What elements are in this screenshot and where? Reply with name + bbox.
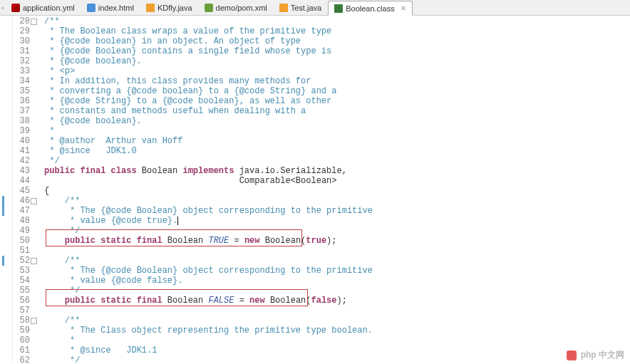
code-line[interactable]: public final class Boolean implements ja… [44, 166, 630, 176]
tab-test-java[interactable]: Test.java [274, 0, 328, 15]
line-number[interactable]: 43 [13, 166, 30, 176]
line-number[interactable]: 33 [13, 66, 30, 76]
line-number[interactable]: 48 [13, 216, 30, 226]
line-number[interactable]: 45 [13, 186, 30, 196]
line-number[interactable]: 52 [13, 256, 30, 266]
line-number[interactable]: 56 [13, 296, 30, 306]
class-file-icon [334, 4, 343, 13]
code-line[interactable]: public static final Boolean FALSE = new … [44, 296, 630, 306]
line-number[interactable]: 57 [13, 306, 30, 316]
code-line[interactable]: /** [44, 196, 630, 206]
tab-overflow-icon: ▫ [0, 0, 6, 15]
code-line[interactable]: * converting a {@code boolean} to a {@co… [44, 86, 630, 96]
close-icon[interactable]: ✕ [401, 4, 406, 12]
code-line[interactable]: * {@code boolean}. [44, 116, 630, 126]
marker-column [0, 16, 13, 363]
line-number[interactable]: 34 [13, 76, 30, 86]
code-line[interactable]: * {@code String} to a {@code boolean}, a… [44, 96, 630, 106]
line-number[interactable]: 36 [13, 96, 30, 106]
line-number[interactable]: 37 [13, 106, 30, 116]
code-line[interactable]: * @author Arthur van Hoff [44, 136, 630, 146]
code-line[interactable]: /** [44, 16, 630, 26]
code-line[interactable]: * [44, 126, 630, 136]
editor-area: 2829303132333435363738394041424344454647… [0, 16, 630, 363]
code-line[interactable]: */ [44, 355, 630, 364]
line-number[interactable]: 38 [13, 116, 30, 126]
text-cursor [177, 217, 178, 225]
line-number[interactable]: 31 [13, 46, 30, 56]
line-number[interactable]: 29 [13, 26, 30, 36]
tab-demo-pom-xml[interactable]: demo/pom.xml [199, 0, 274, 15]
code-line[interactable]: */ [44, 286, 630, 296]
tab-kdfly-java[interactable]: KDfly.java [140, 0, 199, 15]
code-line[interactable]: /** [44, 256, 630, 266]
line-number[interactable]: 51 [13, 246, 30, 256]
code-line[interactable]: * {@code boolean} in an object. An objec… [44, 36, 630, 46]
code-line[interactable]: * {@code Boolean} contains a single fiel… [44, 46, 630, 56]
code-line[interactable]: * The {@code Boolean} object correspondi… [44, 206, 630, 216]
code-line[interactable]: * In addition, this class provides many … [44, 76, 630, 86]
code-line[interactable] [44, 306, 630, 316]
line-number[interactable]: 54 [13, 276, 30, 286]
code-line[interactable]: */ [44, 226, 630, 236]
code-line[interactable]: * The Boolean class wraps a value of the… [44, 26, 630, 36]
code-content[interactable]: /** * The Boolean class wraps a value of… [34, 16, 630, 363]
line-number[interactable]: 44 [13, 176, 30, 186]
code-line[interactable]: Comparable<Boolean> [44, 176, 630, 186]
code-line[interactable]: * value {@code true}. [44, 216, 630, 226]
tab-boolean-class[interactable]: Boolean.class✕ [328, 1, 413, 16]
code-line[interactable]: * @since JDK1.0 [44, 146, 630, 156]
change-marker [2, 256, 4, 266]
line-number[interactable]: 58 [13, 316, 30, 326]
line-number[interactable]: 30 [13, 36, 30, 46]
code-line[interactable]: * constants and methods useful when deal… [44, 106, 630, 116]
line-number[interactable]: 28 [13, 16, 30, 26]
code-line[interactable]: { [44, 186, 630, 196]
code-line[interactable] [44, 246, 630, 256]
line-gutter[interactable]: 2829303132333435363738394041424344454647… [13, 16, 34, 363]
xml-file-icon [205, 4, 213, 12]
line-number[interactable]: 59 [13, 326, 30, 336]
code-line[interactable]: * <p> [44, 66, 630, 76]
code-line[interactable]: * The Class object representing the prim… [44, 326, 630, 336]
code-line[interactable]: * value {@code false}. [44, 276, 630, 286]
line-number[interactable]: 62 [13, 355, 30, 364]
line-number[interactable]: 42 [13, 156, 30, 166]
tab-label: Boolean.class [346, 4, 395, 13]
code-line[interactable]: /** [44, 316, 630, 326]
line-number[interactable]: 53 [13, 266, 30, 276]
code-line[interactable]: public static final Boolean TRUE = new B… [44, 236, 630, 246]
code-line[interactable]: * The {@code Boolean} object correspondi… [44, 266, 630, 276]
line-number[interactable]: 40 [13, 136, 30, 146]
line-number[interactable]: 55 [13, 286, 30, 296]
line-number[interactable]: 61 [13, 345, 30, 355]
code-line[interactable]: * [44, 336, 630, 345]
line-number[interactable]: 60 [13, 336, 30, 345]
line-number[interactable]: 46 [13, 196, 30, 206]
tab-label: Test.java [291, 4, 321, 12]
line-number[interactable]: 47 [13, 206, 30, 216]
code-line[interactable]: */ [44, 156, 630, 166]
watermark-text: php 中文网 [581, 349, 624, 361]
line-number[interactable]: 41 [13, 146, 30, 156]
java-file-icon [146, 4, 155, 12]
tab-index-html[interactable]: index.html [81, 0, 140, 15]
line-number[interactable]: 49 [13, 226, 30, 236]
yml-file-icon [11, 4, 20, 12]
php-icon [567, 350, 577, 360]
tab-label: application.yml [23, 4, 75, 12]
line-number[interactable]: 39 [13, 126, 30, 136]
tab-application-yml[interactable]: application.yml [6, 0, 81, 15]
code-line[interactable]: * @since JDK1.1 [44, 345, 630, 355]
html-file-icon [87, 4, 95, 12]
tab-label: index.html [98, 4, 134, 12]
tab-label: KDfly.java [158, 4, 192, 12]
line-number[interactable]: 32 [13, 56, 30, 66]
editor-tabs-bar: ▫ application.ymlindex.htmlKDfly.javadem… [0, 0, 630, 16]
code-line[interactable]: * {@code boolean}. [44, 56, 630, 66]
tab-label: demo/pom.xml [216, 4, 267, 12]
change-marker [2, 196, 4, 216]
line-number[interactable]: 35 [13, 86, 30, 96]
watermark: php 中文网 [567, 349, 624, 361]
line-number[interactable]: 50 [13, 236, 30, 246]
